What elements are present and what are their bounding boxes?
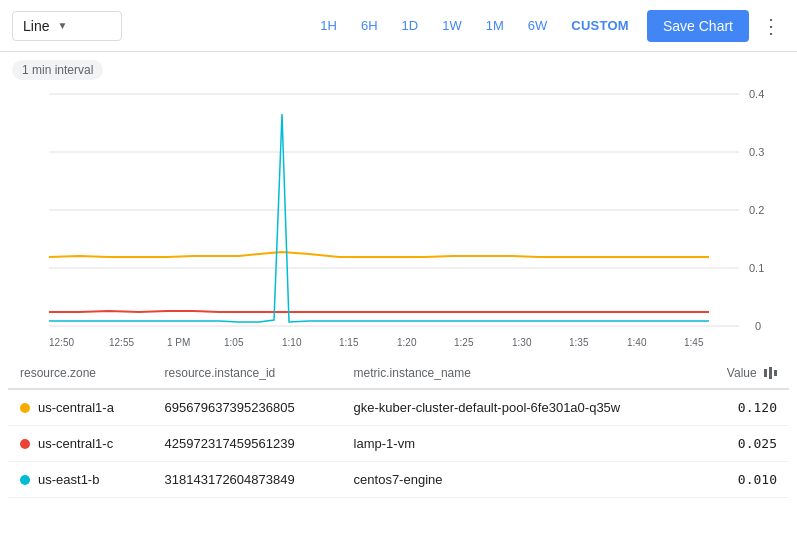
svg-text:12:55: 12:55 [109,337,134,348]
zone-label: us-central1-a [38,400,114,415]
svg-text:0.3: 0.3 [749,146,764,158]
value-cell: 0.010 [698,462,789,498]
value-cell: 0.025 [698,426,789,462]
zone-label: us-central1-c [38,436,113,451]
zone-cell: us-east1-b [8,462,153,498]
table-row: us-central1-c 425972317459561239 lamp-1-… [8,426,789,462]
instance-id-cell: 695679637395236805 [153,389,342,426]
svg-text:1:30: 1:30 [512,337,532,348]
instance-id-cell: 318143172604873849 [153,462,342,498]
table-row: us-central1-a 695679637395236805 gke-kub… [8,389,789,426]
time-range-group: 1H 6H 1D 1W 1M 6W CUSTOM [310,12,639,39]
chevron-down-icon: ▼ [57,20,67,31]
svg-text:1:45: 1:45 [684,337,704,348]
instance-id-cell: 425972317459561239 [153,426,342,462]
table-header-row: resource.zone resource.instance_id metri… [8,358,789,389]
svg-text:1:35: 1:35 [569,337,589,348]
svg-text:1 PM: 1 PM [167,337,190,348]
chart-container: 0.4 0.3 0.2 0.1 0 12:50 12:55 1 PM 1:05 … [19,84,779,354]
time-btn-1w[interactable]: 1W [432,12,472,39]
metric-name-cell: centos7-engine [342,462,698,498]
interval-badge: 1 min interval [12,60,103,80]
svg-text:0.4: 0.4 [749,88,764,100]
svg-text:0.2: 0.2 [749,204,764,216]
more-options-button[interactable]: ⋮ [757,10,785,42]
time-btn-1m[interactable]: 1M [476,12,514,39]
col-header-zone: resource.zone [8,358,153,389]
zone-cell: us-central1-c [8,426,153,462]
svg-text:1:10: 1:10 [282,337,302,348]
svg-text:0.1: 0.1 [749,262,764,274]
data-table: resource.zone resource.instance_id metri… [8,358,789,498]
zone-cell: us-central1-a [8,389,153,426]
svg-text:1:20: 1:20 [397,337,417,348]
svg-text:1:40: 1:40 [627,337,647,348]
chart-type-dropdown[interactable]: Line ▼ [12,11,122,41]
table-row: us-east1-b 318143172604873849 centos7-en… [8,462,789,498]
svg-text:1:15: 1:15 [339,337,359,348]
time-btn-1d[interactable]: 1D [392,12,429,39]
time-btn-6h[interactable]: 6H [351,12,388,39]
chart-area: 1 min interval 0.4 0.3 0.2 0.1 0 12:50 1… [0,52,797,354]
series-color-dot [20,475,30,485]
chart-svg: 0.4 0.3 0.2 0.1 0 12:50 12:55 1 PM 1:05 … [19,84,779,354]
svg-text:1:25: 1:25 [454,337,474,348]
svg-text:1:05: 1:05 [224,337,244,348]
svg-text:0: 0 [755,320,761,332]
time-btn-custom[interactable]: CUSTOM [561,12,639,39]
zone-label: us-east1-b [38,472,99,487]
col-header-instance-id: resource.instance_id [153,358,342,389]
series-color-dot [20,403,30,413]
svg-text:12:50: 12:50 [49,337,74,348]
column-sort-icon[interactable] [764,367,777,379]
toolbar: Line ▼ 1H 6H 1D 1W 1M 6W CUSTOM Save Cha… [0,0,797,52]
series-color-dot [20,439,30,449]
col-header-metric: metric.instance_name [342,358,698,389]
chart-type-label: Line [23,18,49,34]
time-btn-1h[interactable]: 1H [310,12,347,39]
value-cell: 0.120 [698,389,789,426]
save-chart-button[interactable]: Save Chart [647,10,749,42]
metric-name-cell: gke-kuber-cluster-default-pool-6fe301a0-… [342,389,698,426]
time-btn-6w[interactable]: 6W [518,12,558,39]
col-header-value: Value [698,358,789,389]
metric-name-cell: lamp-1-vm [342,426,698,462]
data-table-container: resource.zone resource.instance_id metri… [0,358,797,498]
